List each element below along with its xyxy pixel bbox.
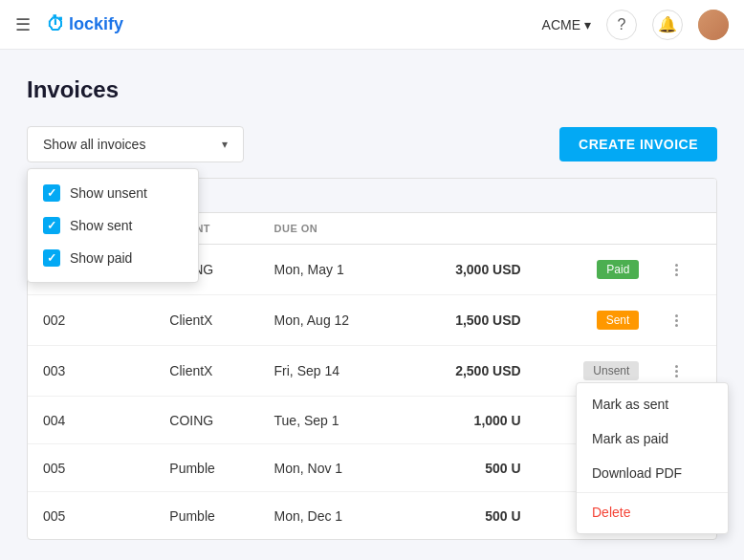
cell-due: Mon, Dec 1 xyxy=(259,492,405,540)
check-icon: ✓ xyxy=(47,251,56,265)
more-options-button[interactable] xyxy=(669,363,684,379)
dot xyxy=(675,319,678,322)
dot xyxy=(675,324,678,327)
cell-due: Mon, Aug 12 xyxy=(259,295,405,346)
header-left: ☰ ⏱ lockify xyxy=(15,13,123,35)
status-badge: Paid xyxy=(597,260,639,279)
header-right: ACME ▾ ? 🔔 xyxy=(542,10,729,40)
unsent-label: Show unsent xyxy=(70,185,147,201)
cell-actions xyxy=(654,295,716,346)
filter-chevron-icon: ▾ xyxy=(222,138,228,151)
col-due-on: DUE ON xyxy=(259,213,405,245)
help-icon: ? xyxy=(618,16,626,33)
more-options-button[interactable] xyxy=(669,312,684,329)
dot xyxy=(675,264,678,267)
col-status xyxy=(536,213,655,245)
cell-invoice-id: 004 xyxy=(28,397,154,444)
sent-label: Show sent xyxy=(70,218,132,233)
cell-client: ClientX xyxy=(154,295,258,346)
col-amount xyxy=(405,213,536,245)
col-actions xyxy=(654,213,716,245)
cell-due: Fri, Sep 14 xyxy=(259,346,405,397)
cell-status: Paid xyxy=(536,245,655,295)
cell-client: Pumble xyxy=(154,444,258,492)
help-button[interactable]: ? xyxy=(606,10,637,40)
cell-invoice-id: 005 xyxy=(28,492,154,540)
context-delete[interactable]: Delete xyxy=(577,495,728,529)
app-header: ☰ ⏱ lockify ACME ▾ ? 🔔 xyxy=(0,0,744,50)
check-icon: ✓ xyxy=(47,219,56,232)
dot xyxy=(675,269,678,271)
logo-text: lockify xyxy=(69,14,123,34)
check-icon: ✓ xyxy=(47,186,56,200)
context-download-pdf[interactable]: Download PDF xyxy=(577,456,728,490)
notifications-button[interactable]: 🔔 xyxy=(652,10,683,40)
dot xyxy=(675,370,678,373)
avatar-image xyxy=(698,10,729,40)
table-row: 002 ClientX Mon, Aug 12 1,500 USD Sent xyxy=(28,295,716,346)
workspace-name: ACME xyxy=(542,17,580,32)
filter-dropdown: Show all invoices ▾ ✓ Show unsent ✓ Show… xyxy=(27,126,244,162)
cell-due: Mon, Nov 1 xyxy=(259,444,405,492)
dot xyxy=(675,375,678,377)
cell-amount: 2,500 USD xyxy=(405,346,536,397)
cell-amount: 500 U xyxy=(405,444,536,492)
cell-actions xyxy=(654,245,716,295)
top-bar: Show all invoices ▾ ✓ Show unsent ✓ Show… xyxy=(27,126,717,162)
filter-option-sent[interactable]: ✓ Show sent xyxy=(28,209,198,242)
cell-invoice-id: 005 xyxy=(28,444,154,492)
user-avatar[interactable] xyxy=(698,10,729,40)
cell-due: Mon, May 1 xyxy=(259,245,405,295)
filter-option-unsent[interactable]: ✓ Show unsent xyxy=(28,177,198,209)
logo-clock-icon: ⏱ xyxy=(46,13,65,35)
page-title: Invoices xyxy=(27,76,717,103)
filter-option-paid[interactable]: ✓ Show paid xyxy=(28,242,198,274)
filter-label: Show all invoices xyxy=(43,137,145,152)
cell-client: COING xyxy=(154,397,258,444)
workspace-chevron-icon: ▾ xyxy=(584,17,591,32)
sent-checkbox[interactable]: ✓ xyxy=(43,217,60,234)
cell-client: Pumble xyxy=(154,492,258,540)
cell-amount: 1,000 U xyxy=(405,397,536,444)
dot xyxy=(675,273,678,276)
cell-amount: 1,500 USD xyxy=(405,295,536,346)
cell-client: ClientX xyxy=(154,346,258,397)
paid-checkbox[interactable]: ✓ xyxy=(43,249,60,267)
cell-amount: 3,000 USD xyxy=(405,245,536,295)
filter-button[interactable]: Show all invoices ▾ xyxy=(27,126,244,162)
logo: ⏱ lockify xyxy=(46,13,123,35)
create-invoice-button[interactable]: CREATE INVOICE xyxy=(559,127,717,162)
unsent-checkbox[interactable]: ✓ xyxy=(43,184,60,202)
paid-label: Show paid xyxy=(70,250,132,266)
workspace-selector[interactable]: ACME ▾ xyxy=(542,17,591,32)
hamburger-icon[interactable]: ☰ xyxy=(15,14,31,35)
cell-amount: 500 U xyxy=(405,492,536,540)
filter-dropdown-menu: ✓ Show unsent ✓ Show sent ✓ Show paid xyxy=(27,168,199,283)
cell-invoice-id: 003 xyxy=(28,346,154,397)
cell-status: Sent xyxy=(536,295,655,346)
context-mark-as-paid[interactable]: Mark as paid xyxy=(577,421,728,456)
status-badge: Unsent xyxy=(583,361,639,380)
context-divider xyxy=(577,492,728,493)
more-options-button[interactable] xyxy=(669,262,684,278)
status-badge: Sent xyxy=(597,311,640,330)
dot xyxy=(675,365,678,368)
context-mark-as-sent[interactable]: Mark as sent xyxy=(577,387,728,421)
context-menu: Mark as sent Mark as paid Download PDF D… xyxy=(576,382,729,534)
dot xyxy=(675,314,678,317)
bell-icon: 🔔 xyxy=(658,15,677,33)
cell-invoice-id: 002 xyxy=(28,295,154,346)
cell-due: Tue, Sep 1 xyxy=(259,397,405,444)
